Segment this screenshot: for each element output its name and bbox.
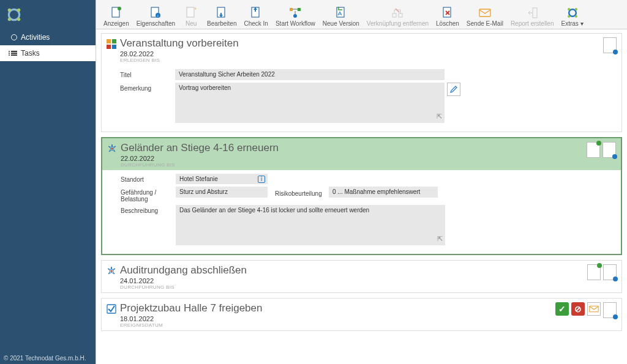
status-icon: [596, 141, 601, 146]
toolbar-delete[interactable]: Löschen: [432, 5, 463, 29]
edit-remark-button[interactable]: [447, 83, 460, 96]
toolbar-new: ✦ Neu: [179, 5, 203, 29]
popout-icon[interactable]: ⇱: [437, 113, 442, 121]
popout-icon[interactable]: ⇱: [437, 235, 443, 243]
status-icon: [597, 263, 602, 268]
svg-point-24: [569, 9, 576, 17]
mail-icon: [589, 305, 599, 313]
svg-point-34: [111, 270, 113, 272]
main-area: Anzeigen i Eigenschaften ✦ Neu Bearbeite…: [96, 0, 627, 364]
task-card[interactable]: Veranstaltung vorbereiten 28.02.2022 ERL…: [101, 33, 622, 132]
svg-rect-18: [392, 13, 396, 17]
toolbar-sendemail[interactable]: Sende E-Mail: [463, 5, 507, 29]
label-remark: Bemerkung: [120, 83, 175, 92]
checkin-icon: [250, 7, 262, 19]
task-date-label: ERLEDIGEN BIS: [120, 58, 603, 63]
task-title: Geländer an Stiege 4-16 erneuern: [121, 142, 587, 154]
new-icon: ✦: [185, 7, 197, 19]
toolbar-newversion[interactable]: Neue Version: [319, 5, 363, 29]
info-icon: [613, 314, 618, 319]
document-icon: [110, 7, 122, 19]
info-action[interactable]: [603, 302, 617, 318]
nav-tasks[interactable]: Tasks: [0, 45, 96, 61]
pencil-icon: [450, 86, 457, 93]
toolbar-edit[interactable]: Bearbeiten: [203, 5, 240, 29]
task-card[interactable]: Projektzubau Halle 7 freigeben 18.01.202…: [101, 298, 622, 331]
svg-text:i: i: [158, 14, 159, 18]
svg-text:✦: ✦: [193, 7, 197, 12]
task-date-label: EREIGNISDATUM: [120, 322, 555, 328]
field-risk[interactable]: 0 ... Maßnahme empfehlenswert: [329, 187, 438, 198]
label-risk: Risikobeurteilung: [268, 188, 329, 197]
task-type-check-icon: [107, 304, 116, 314]
report-icon: [526, 7, 538, 19]
reject-button[interactable]: ⊘: [571, 302, 585, 316]
svg-rect-23: [533, 8, 537, 18]
toolbar-extras[interactable]: Extras ▾: [557, 5, 587, 29]
task-type-icon: [107, 39, 116, 49]
svg-rect-29: [107, 39, 111, 43]
svg-rect-32: [112, 45, 116, 49]
delete-icon: [441, 7, 454, 19]
task-date: 24.01.2022: [120, 277, 587, 284]
properties-icon: i: [149, 7, 162, 19]
footer-text: © 2021 Technodat Ges.m.b.H.: [4, 355, 86, 362]
field-title[interactable]: Veranstaltung Sicher Arbeiten 2022: [175, 69, 445, 80]
svg-rect-22: [479, 9, 490, 17]
svg-point-27: [568, 15, 570, 18]
task-date: 28.02.2022: [120, 50, 603, 58]
app-logo: [0, 0, 96, 29]
info-action[interactable]: [603, 264, 617, 280]
info-icon: [613, 50, 618, 54]
task-list: Veranstaltung vorbereiten 28.02.2022 ERL…: [96, 29, 627, 364]
workflow-icon: [289, 7, 301, 19]
info-icon: [612, 154, 617, 159]
circle-icon: [11, 34, 17, 40]
status-action[interactable]: [587, 264, 601, 280]
label-hazard: Gefährdung / Belastung: [121, 187, 176, 202]
email-icon: [479, 7, 491, 19]
toolbar-startworkflow[interactable]: Start Workflow: [272, 5, 319, 29]
toolbar: Anzeigen i Eigenschaften ✦ Neu Bearbeite…: [96, 0, 627, 29]
toolbar-checkin[interactable]: Check In: [240, 5, 271, 29]
sidebar: Activities Tasks © 2021 Technodat Ges.m.…: [0, 0, 96, 364]
status-action[interactable]: [587, 142, 600, 158]
task-title: Projektzubau Halle 7 freigeben: [120, 302, 555, 314]
field-remark[interactable]: Vortrag vorbereiten ⇱: [175, 83, 445, 123]
task-date: 22.02.2022: [121, 155, 587, 162]
nav-label: Activities: [21, 33, 50, 42]
svg-rect-31: [107, 45, 111, 49]
nav-activities[interactable]: Activities: [0, 29, 96, 45]
svg-point-25: [568, 8, 570, 10]
svg-point-2: [17, 9, 20, 12]
nav-label: Tasks: [21, 49, 40, 58]
toolbar-unlink: Verknüpfung entfernen: [363, 5, 432, 29]
info-action[interactable]: [603, 142, 616, 158]
svg-point-26: [574, 8, 577, 10]
lookup-icon[interactable]: i: [258, 176, 265, 183]
field-desc[interactable]: Das Geländer an der Stiege 4-16 ist lock…: [176, 205, 445, 245]
svg-rect-36: [590, 306, 598, 312]
task-date: 18.01.2022: [120, 315, 555, 322]
task-card[interactable]: Auditrundgang abschließen 24.01.2022 DUR…: [101, 260, 622, 293]
approve-button[interactable]: ✓: [555, 302, 569, 316]
cancel-icon: ⊘: [574, 304, 582, 314]
task-type-star-icon: [107, 144, 117, 154]
svg-point-1: [8, 9, 11, 12]
toolbar-properties[interactable]: i Eigenschaften: [133, 5, 179, 29]
field-location[interactable]: Hotel Stefanie i: [176, 174, 268, 184]
task-title: Veranstaltung vorbereiten: [120, 37, 603, 50]
svg-rect-14: [290, 8, 293, 11]
svg-point-33: [111, 148, 113, 150]
field-hazard[interactable]: Sturz und Absturz: [176, 187, 268, 198]
info-action[interactable]: [603, 37, 617, 53]
toolbar-show[interactable]: Anzeigen: [100, 5, 133, 29]
list-icon: [11, 51, 17, 56]
task-type-star-icon: [107, 266, 116, 276]
mail-action[interactable]: [587, 302, 601, 316]
task-title: Auditrundgang abschließen: [120, 264, 587, 277]
svg-point-3: [8, 18, 11, 21]
unlink-icon: [391, 7, 404, 19]
task-card-selected[interactable]: Geländer an Stiege 4-16 erneuern 22.02.2…: [101, 137, 622, 255]
svg-rect-15: [298, 8, 301, 11]
